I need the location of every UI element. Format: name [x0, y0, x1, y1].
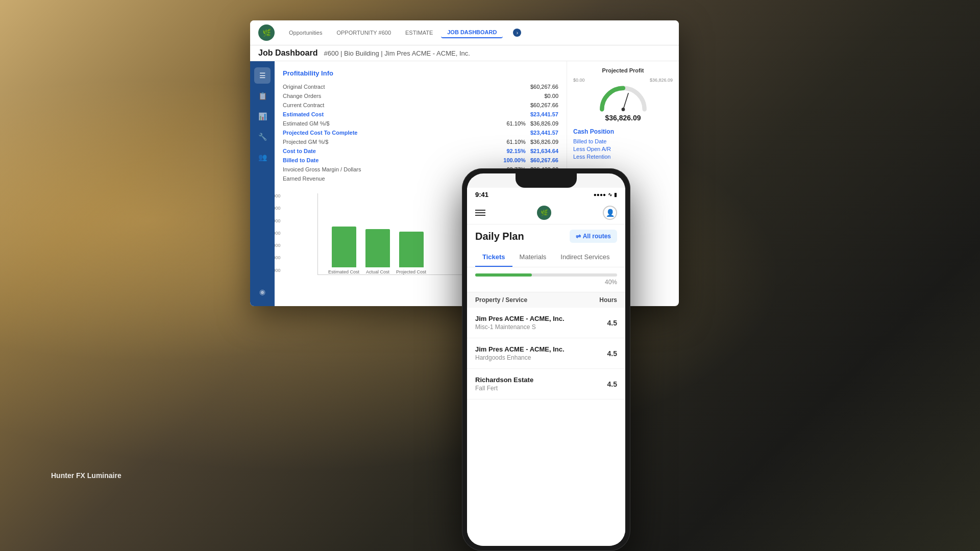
sidebar-icon-menu[interactable]: ☰ — [254, 67, 271, 84]
service-item-2-company: Richardson Estate — [475, 376, 607, 384]
gauge-title: Projected Profit — [573, 67, 673, 73]
row-estimated-gm: Estimated GM %/$ 61.10% $36,826.09 — [283, 119, 558, 128]
expand-button[interactable]: › — [513, 29, 521, 37]
tab-estimate[interactable]: ESTIMATE — [399, 28, 439, 38]
signal-icon: ●●●● — [594, 192, 606, 197]
row-estimated-cost: Estimated Cost $23,441.57 — [283, 110, 558, 119]
row-original-contract: Original Contract $60,267.66 — [283, 82, 558, 91]
svg-point-1 — [621, 108, 625, 111]
app-logo: 🌿 — [258, 24, 275, 41]
phone-app-header: 🌿 👤 — [467, 202, 625, 224]
service-item-0-type: Misc-1 Maintenance S — [475, 323, 607, 331]
label-estimated-cost: Estimated Cost — [283, 111, 324, 117]
hamburger-line-1 — [475, 210, 485, 211]
status-icons: ●●●● ∿ ▮ — [594, 192, 617, 197]
service-item-1-hours: 4.5 — [607, 349, 617, 358]
value-estimated-cost: $23,441.57 — [530, 111, 558, 117]
hamburger-line-2 — [475, 212, 485, 213]
bar-actual-cost: Actual Cost — [365, 229, 390, 274]
daily-plan-header: Daily Plan ⇌ All routes — [467, 224, 625, 248]
sidebar-icon-circle[interactable]: ◉ — [254, 284, 271, 300]
service-item-1[interactable]: Jim Pres ACME - ACME, Inc. Hardgoods Enh… — [467, 338, 625, 369]
tab-materials[interactable]: Materials — [512, 248, 554, 267]
service-list: Jim Pres ACME - ACME, Inc. Misc-1 Mainte… — [467, 308, 625, 546]
bar-estimated-cost: Estimated Cost — [328, 227, 359, 274]
service-item-1-type: Hardgoods Enhance — [475, 354, 607, 361]
daily-plan-title: Daily Plan — [475, 231, 524, 242]
gauge-container: $36,826.09 $73,652.18 — [598, 84, 649, 112]
value-current-contract: $60,267.66 — [530, 102, 558, 108]
tab-job-dashboard[interactable]: JOB DASHBOARD — [441, 27, 503, 38]
row-cost-to-date: Cost to Date 92.15% $21,634.64 — [283, 146, 558, 156]
label-invoiced-gm: Invoiced Gross Margin / Dollars — [283, 166, 361, 172]
bar-actual-cost-visual — [365, 229, 390, 267]
cash-billed-to-date: Billed to Date — [573, 138, 673, 144]
phone-app-logo: 🌿 — [537, 206, 551, 220]
service-list-header: Property / Service Hours — [467, 292, 625, 308]
service-item-1-info: Jim Pres ACME - ACME, Inc. Hardgoods Enh… — [475, 345, 607, 361]
gauge-min: $0.00 — [573, 78, 585, 83]
sidebar-nav: ☰ 📋 📊 🔧 👥 ◉ — [250, 61, 275, 306]
status-time: 9:41 — [475, 191, 488, 198]
value-cost-to-date: 92.15% $21,634.64 — [506, 148, 558, 154]
sidebar-icon-users[interactable]: 👥 — [254, 149, 271, 165]
phone-screen: 9:41 ●●●● ∿ ▮ 🌿 👤 Daily Plan — [467, 173, 625, 546]
row-current-contract: Current Contract $60,267.66 — [283, 101, 558, 110]
property-service-header: Property / Service — [475, 296, 527, 304]
label-current-contract: Current Contract — [283, 102, 324, 108]
value-projected-cost-complete: $23,441.57 — [530, 130, 558, 136]
value-billed-to-date: 100.00% $60,267.66 — [503, 157, 558, 163]
sidebar-icon-list[interactable]: 📋 — [254, 88, 271, 104]
bar-label-projected: Projected Cost — [396, 269, 426, 274]
page-subtitle: #600 | Bio Building | Jim Pres ACME - AC… — [324, 49, 470, 57]
gauge-value: $36,826.09 — [573, 114, 673, 122]
hamburger-menu[interactable] — [475, 210, 485, 216]
bar-projected-cost: Projected Cost — [396, 232, 426, 274]
tab-opportunity-number[interactable]: OPPORTUNITY #600 — [330, 28, 397, 38]
service-item-1-company: Jim Pres ACME - ACME, Inc. — [475, 345, 607, 353]
label-projected-cost-complete: Projected Cost To Complete — [283, 130, 357, 136]
phone-notch — [516, 173, 577, 188]
routes-icon: ⇌ — [576, 233, 581, 240]
tab-indirect-services[interactable]: Indirect Services — [553, 248, 617, 267]
all-routes-button[interactable]: ⇌ All routes — [570, 230, 617, 243]
label-estimated-gm: Estimated GM %/$ — [283, 120, 330, 127]
battery-icon: ▮ — [614, 192, 617, 197]
svg-line-0 — [623, 93, 628, 110]
label-projected-gm: Projected GM %/$ — [283, 139, 328, 145]
status-bar: 9:41 ●●●● ∿ ▮ — [467, 188, 625, 202]
profit-gauge: Projected Profit $0.00 $36,826.09 — [573, 67, 673, 122]
window-title-bar: Job Dashboard #600 | Bio Building | Jim … — [250, 45, 679, 61]
progress-fill — [475, 273, 532, 277]
phone-mockup: 9:41 ●●●● ∿ ▮ 🌿 👤 Daily Plan — [462, 168, 630, 551]
bar-projected-cost-visual — [399, 232, 424, 267]
gauge-svg: $36,826.09 $73,652.18 — [598, 84, 649, 112]
cash-position-title: Cash Position — [573, 128, 673, 135]
value-projected-gm: 61.10% $36,826.09 — [506, 139, 558, 145]
value-original-contract: $60,267.66 — [530, 84, 558, 90]
sidebar-icon-chart[interactable]: 📊 — [254, 108, 271, 124]
value-estimated-gm: 61.10% $36,826.09 — [506, 120, 558, 127]
tab-opportunities[interactable]: Opportunities — [283, 28, 328, 38]
sidebar-icon-tools[interactable]: 🔧 — [254, 129, 271, 145]
label-earned-revenue: Earned Revenue — [283, 176, 325, 182]
profitability-section-title: Profitability Info — [283, 69, 558, 77]
service-item-2[interactable]: Richardson Estate Fall Fert 4.5 — [467, 369, 625, 399]
service-item-0[interactable]: Jim Pres ACME - ACME, Inc. Misc-1 Mainte… — [467, 308, 625, 338]
progress-section: 40% — [467, 267, 625, 292]
wifi-icon: ∿ — [608, 192, 612, 197]
label-cost-to-date: Cost to Date — [283, 148, 316, 154]
bar-estimated-cost-visual — [332, 227, 356, 267]
service-item-2-type: Fall Fert — [475, 385, 607, 392]
phone-tabs: Tickets Materials Indirect Services — [467, 248, 625, 267]
label-billed-to-date: Billed to Date — [283, 157, 318, 163]
nav-tabs: Opportunities OPPORTUNITY #600 ESTIMATE … — [283, 27, 503, 38]
routes-btn-label: All routes — [583, 233, 611, 240]
cash-position: Cash Position Billed to Date Less Open A… — [573, 128, 673, 160]
tab-tickets[interactable]: Tickets — [475, 248, 512, 267]
user-profile-icon[interactable]: 👤 — [603, 206, 617, 220]
progress-bar-container — [475, 273, 617, 277]
y-axis-labels: 0 10,000 20,000 30,000 40,000 50,000 60,… — [275, 193, 281, 285]
label-change-orders: Change Orders — [283, 93, 321, 99]
window-header: 🌿 Opportunities OPPORTUNITY #600 ESTIMAT… — [250, 20, 679, 45]
